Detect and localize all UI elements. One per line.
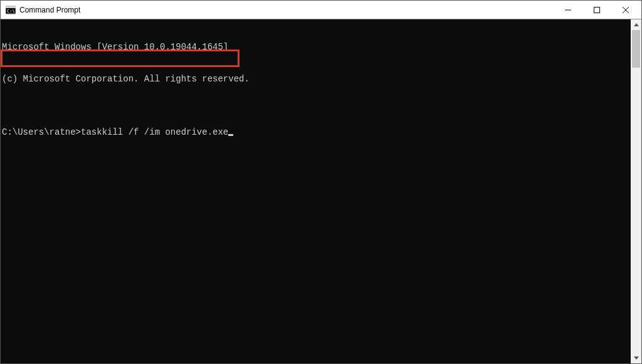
svg-text:C:\: C:\ [7, 9, 15, 14]
minimize-button[interactable] [554, 1, 582, 19]
svg-marker-7 [634, 23, 639, 26]
titlebar[interactable]: C:\ Command Prompt [1, 1, 641, 19]
command-text: taskkill /f /im onedrive.exe [81, 127, 228, 138]
cmd-icon: C:\ [6, 5, 16, 15]
scroll-down-button[interactable] [631, 353, 641, 363]
svg-marker-8 [634, 356, 639, 360]
prompt-path: C:\Users\ratne> [2, 127, 81, 138]
close-button[interactable] [611, 1, 640, 19]
maximize-button[interactable] [582, 1, 611, 19]
terminal-line-version: Microsoft Windows [Version 10.0.19044.16… [1, 42, 631, 53]
terminal-area[interactable]: Microsoft Windows [Version 10.0.19044.16… [1, 19, 641, 363]
scrollbar-track[interactable] [631, 30, 641, 353]
command-prompt-window: C:\ Command Prompt Microsoft Windows [Ve… [0, 0, 642, 364]
terminal-content[interactable]: Microsoft Windows [Version 10.0.19044.16… [1, 19, 631, 363]
scrollbar-thumb[interactable] [632, 30, 640, 68]
scroll-up-button[interactable] [631, 19, 641, 30]
window-controls [554, 1, 640, 19]
cursor [228, 134, 233, 136]
vertical-scrollbar[interactable] [631, 19, 641, 363]
terminal-line-copyright: (c) Microsoft Corporation. All rights re… [1, 74, 631, 85]
svg-rect-1 [6, 6, 16, 8]
svg-rect-4 [594, 7, 600, 13]
window-title: Command Prompt [19, 6, 80, 14]
terminal-prompt-line: C:\Users\ratne>taskkill /f /im onedrive.… [1, 127, 631, 138]
